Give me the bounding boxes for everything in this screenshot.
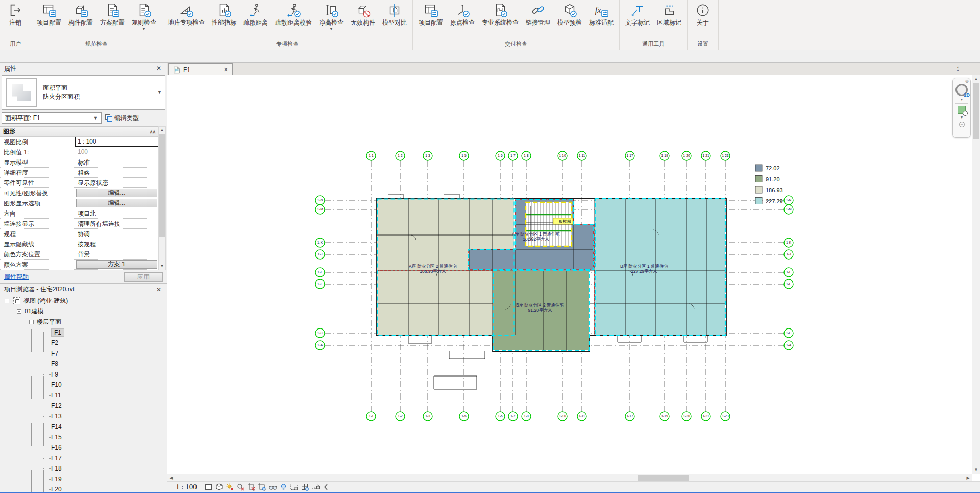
ribbon-button-模型对比[interactable]: 模型对比 [379, 1, 410, 26]
tree-expand-icon[interactable]: − [5, 299, 9, 303]
shadows-off-icon[interactable] [236, 483, 245, 491]
scroll-left-icon[interactable]: ◀ [167, 474, 175, 482]
tree-floor-F10[interactable]: F10 [0, 380, 167, 390]
ribbon-button-链接管理[interactable]: 链接管理 [522, 1, 554, 26]
property-button[interactable]: 编辑... [76, 199, 157, 207]
property-value[interactable]: 方案 1 [75, 260, 158, 269]
tree-floor-F8[interactable]: F8 [0, 359, 167, 369]
ribbon-collapse-icon[interactable]: ⌄⌄ [955, 65, 960, 71]
ribbon-button-规则检查[interactable]: 规则检查▼ [128, 1, 160, 31]
navigation-bar[interactable]: ⊗ ▼ ▼ − [952, 78, 971, 138]
vertical-scrollbar[interactable]: ▲ ▼ [972, 75, 980, 474]
tree-floor-F7[interactable]: F7 [0, 348, 167, 359]
tree-floor-F18[interactable]: F18 [0, 463, 167, 474]
ribbon-button-无效构件[interactable]: 无效构件 [347, 1, 379, 26]
vertical-scroll-thumb[interactable] [973, 83, 979, 139]
properties-help-link[interactable]: 属性帮助 [4, 273, 29, 281]
tree-floor-F12[interactable]: F12 [0, 401, 167, 411]
tree-floor-F14[interactable]: F14 [0, 421, 167, 432]
scroll-right-icon[interactable]: ▶ [964, 474, 972, 482]
tree-root-views[interactable]: −视图 (鸿业-建筑) [0, 296, 167, 307]
project-browser-close-icon[interactable]: ✕ [155, 286, 163, 293]
steering-wheel-2d-icon[interactable] [955, 84, 968, 96]
edit-type-button[interactable]: 编辑类型 [105, 114, 139, 123]
property-value[interactable]: 背景 [75, 249, 158, 259]
reveal-constraints-icon[interactable] [311, 483, 320, 491]
tree-floor-F13[interactable]: F13 [0, 411, 167, 422]
ribbon-button-关于[interactable]: 关于 [690, 1, 716, 26]
visual-style-icon[interactable] [215, 483, 224, 491]
ribbon-button-区域标记[interactable]: 区域标记 [653, 1, 685, 26]
ribbon-button-原点检查[interactable]: 原点检查 [447, 1, 478, 26]
ribbon-button-方案配置[interactable]: 方案配置 [96, 1, 128, 26]
tree-floor-F2[interactable]: F2 [0, 338, 167, 348]
ribbon-button-标准适配[interactable]: fx标准适配 [585, 1, 617, 26]
navbar-close-icon[interactable]: ⊗ [965, 79, 969, 84]
ribbon-button-注销[interactable]: 注销 [2, 1, 29, 26]
property-value[interactable]: 编辑... [75, 188, 158, 198]
zoom-dropdown-icon[interactable]: ▼ [960, 115, 964, 119]
tree-floor-F11[interactable]: F11 [0, 390, 167, 401]
ribbon-button-专业系统检查[interactable]: 专业系统检查 [478, 1, 522, 26]
ribbon-button-项目配置[interactable]: 项目配置 [415, 1, 447, 26]
tree-expand-icon[interactable]: − [29, 320, 34, 324]
drawing-canvas[interactable]: 1-11-11-21-21-31-31-51-51-61-61-71-71-81… [167, 75, 980, 493]
scroll-down-icon[interactable]: ▼ [159, 263, 165, 270]
tree-floor-F1[interactable]: F1 [0, 327, 167, 338]
analytical-model-icon[interactable] [301, 483, 309, 491]
navbar-minimize-icon[interactable]: − [959, 122, 965, 127]
crop-view-off-icon[interactable] [247, 483, 256, 491]
property-value[interactable]: 清理所有墙连接 [75, 219, 158, 228]
tree-floor-F16[interactable]: F16 [0, 442, 167, 453]
ribbon-button-构件配置[interactable]: 构件配置 [65, 1, 96, 26]
ribbon-button-疏散距离校验[interactable]: 疏散距离校验 [272, 1, 315, 26]
section-collapse-icon[interactable]: ∧∧ [150, 129, 155, 134]
instance-combo[interactable]: 面积平面: F1 ▼ [2, 112, 102, 124]
area-tag[interactable]: A座 防火分区 1 普通住宅 [512, 231, 560, 237]
tree-floor-F19[interactable]: F19 [0, 474, 167, 485]
property-value[interactable]: 1 : 100 [75, 137, 158, 147]
horizontal-scroll-thumb[interactable] [638, 475, 689, 481]
tree-category-floor-plans[interactable]: −楼层平面 [0, 317, 167, 327]
apply-button[interactable]: 应用 [124, 272, 163, 282]
area-tag[interactable]: B座 防火分区 1 普通住宅 [620, 264, 668, 269]
view-tab-f1[interactable]: F1 ✕ [168, 63, 233, 76]
area-tag[interactable]: A座 防火分区 2 普通住宅 [409, 264, 457, 269]
tree-floor-F9[interactable]: F9 [0, 369, 167, 380]
scroll-down-icon[interactable]: ▼ [972, 466, 980, 474]
detail-level-icon[interactable] [204, 483, 213, 491]
ribbon-button-性能指标[interactable]: 性能指标 [208, 1, 240, 26]
show-crop-icon[interactable] [258, 483, 266, 491]
type-selector-dropdown-icon[interactable]: ▼ [157, 90, 162, 95]
property-button[interactable]: 编辑... [76, 189, 157, 197]
ribbon-button-项目配置[interactable]: 项目配置 [33, 1, 65, 26]
property-value[interactable]: 标准 [75, 157, 158, 167]
view-scale[interactable]: 1 : 100 [176, 483, 197, 491]
property-value[interactable]: 显示原状态 [75, 178, 158, 187]
collapse-icon[interactable] [322, 483, 331, 491]
property-value[interactable]: 粗略 [75, 168, 158, 177]
ribbon-button-净高检查[interactable]: 净高检查▼ [315, 1, 347, 31]
property-value[interactable]: 项目北 [75, 208, 158, 218]
tree-floor-F15[interactable]: F15 [0, 432, 167, 443]
ribbon-button-文字标记[interactable]: 文字标记 [622, 1, 653, 26]
reveal-hidden-icon[interactable] [279, 483, 288, 491]
zoom-region-icon[interactable] [958, 106, 966, 114]
ribbon-button-疏散距离[interactable]: 疏散距离 [240, 1, 272, 26]
property-value[interactable]: 按规程 [75, 239, 158, 249]
scroll-up-icon[interactable]: ▲ [972, 75, 980, 83]
section-header-graphics[interactable]: 图形∧∧ [0, 127, 158, 137]
ribbon-button-地库专项检查[interactable]: 地库专项检查 [164, 1, 208, 26]
horizontal-scrollbar[interactable]: ◀ ▶ [167, 474, 972, 481]
temporary-view-properties-icon[interactable] [290, 483, 299, 491]
scroll-up-icon[interactable]: ▲ [159, 127, 165, 134]
tree-floor-F17[interactable]: F17 [0, 453, 167, 464]
type-selector[interactable]: 面积平面 防火分区面积 ▼ [2, 75, 165, 110]
tree-group-01[interactable]: −01建模 [0, 307, 167, 317]
temporary-hide-isolate-icon[interactable] [268, 483, 277, 491]
sun-path-off-icon[interactable] [226, 483, 234, 491]
property-grid-scrollbar[interactable]: ▲ ▼ [158, 126, 166, 270]
property-value[interactable]: 编辑... [75, 198, 158, 208]
properties-close-icon[interactable]: ✕ [155, 65, 163, 72]
tab-close-icon[interactable]: ✕ [224, 66, 228, 73]
